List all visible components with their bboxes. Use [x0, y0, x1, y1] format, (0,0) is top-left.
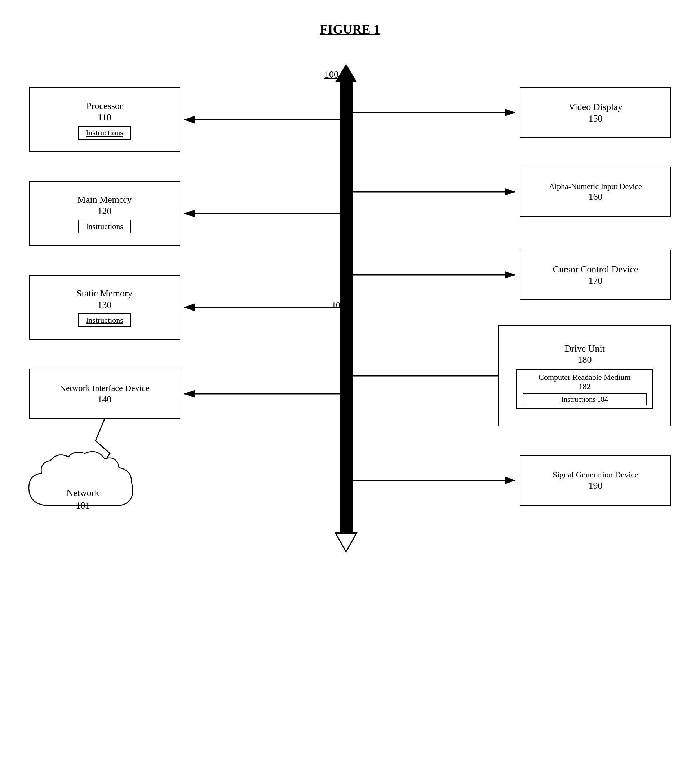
main-memory-instructions: Instructions — [78, 220, 131, 233]
instructions-184: Instructions 184 — [523, 394, 647, 405]
computer-readable-medium-box: Computer Readable Medium 182 Instruction… — [516, 369, 653, 409]
signal-generation-number: 190 — [589, 480, 603, 491]
alpha-numeric-label: Alpha-Numeric Input Device — [549, 181, 642, 192]
page-title: FIGURE 1 — [0, 0, 700, 51]
svg-marker-5 — [335, 64, 357, 82]
processor-instructions: Instructions — [78, 126, 131, 139]
diagram: 100 108 — [0, 59, 700, 762]
ref-108-label: 108 — [332, 300, 344, 310]
main-memory-number: 120 — [98, 206, 112, 217]
alpha-numeric-box: Alpha-Numeric Input Device 160 — [520, 167, 671, 217]
static-memory-number: 130 — [98, 300, 112, 310]
processor-number: 110 — [98, 112, 111, 123]
network-interface-box: Network Interface Device 140 — [29, 369, 180, 419]
svg-marker-7 — [336, 534, 356, 552]
network-number: 101 — [22, 500, 144, 511]
video-display-box: Video Display 150 — [520, 87, 671, 138]
crm-label: Computer Readable Medium — [523, 372, 647, 382]
crm-number: 182 — [523, 382, 647, 391]
network-interface-number: 140 — [98, 394, 112, 405]
video-display-label: Video Display — [569, 101, 622, 113]
alpha-numeric-number: 160 — [589, 192, 603, 202]
cursor-control-box: Cursor Control Device 170 — [520, 250, 671, 300]
main-memory-box: Main Memory 120 Instructions — [29, 181, 180, 246]
signal-generation-box: Signal Generation Device 190 — [520, 455, 671, 506]
video-display-number: 150 — [589, 113, 603, 124]
cursor-control-number: 170 — [589, 275, 603, 286]
network-interface-label: Network Interface Device — [60, 383, 149, 394]
drive-unit-label: Drive Unit — [564, 343, 605, 355]
network-cloud-container: Network 101 — [22, 448, 144, 527]
drive-unit-box: Drive Unit 180 Computer Readable Medium … — [498, 325, 671, 426]
static-memory-box: Static Memory 130 Instructions — [29, 275, 180, 340]
static-memory-label: Static Memory — [76, 287, 132, 300]
processor-box: Processor 110 Instructions — [29, 87, 180, 152]
cursor-control-label: Cursor Control Device — [553, 263, 638, 275]
signal-generation-label: Signal Generation Device — [553, 470, 638, 480]
ref-100-label: 100 — [324, 69, 338, 80]
drive-unit-number: 180 — [578, 355, 592, 365]
main-memory-label: Main Memory — [77, 194, 132, 206]
processor-label: Processor — [86, 100, 123, 112]
svg-marker-6 — [335, 533, 357, 551]
network-label: Network — [22, 487, 144, 499]
static-memory-instructions: Instructions — [78, 313, 131, 327]
